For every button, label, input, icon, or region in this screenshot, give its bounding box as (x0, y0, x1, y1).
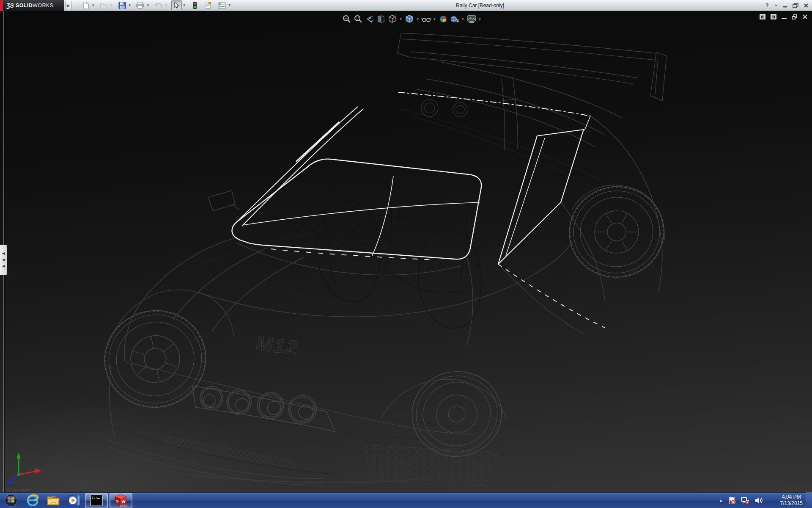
rally-car-wireframe: M12 (0, 11, 812, 492)
document-window-controls: ◧ ◨ (760, 14, 808, 19)
solidworks-logo: ƷS SOLID WORKS (0, 0, 64, 11)
next-pane-icon[interactable]: ◨ (771, 14, 776, 19)
document-title: Rally Car [Read-only] (456, 3, 504, 8)
menu-flyout-arrow[interactable]: ▶ (65, 1, 71, 10)
collapse-arrow-icon: ◀ (2, 265, 5, 268)
print-icon (136, 2, 144, 9)
taskbar-internet-explorer[interactable] (22, 493, 43, 508)
solidworks-2015-icon: S W 2015 (114, 494, 128, 507)
save-icon (118, 2, 126, 9)
graphics-viewport[interactable]: M12 ◀ ◀ ◀ (0, 11, 812, 492)
close-icon (804, 3, 809, 8)
main-toolbar: ▼ ▼ ▼ (77, 0, 232, 10)
app-restore-button[interactable] (792, 2, 799, 9)
app-minimize-button[interactable] (782, 2, 788, 9)
apply-scene-icon (450, 14, 460, 24)
zoom-to-area-icon (354, 14, 363, 24)
doc-restore-icon (792, 14, 797, 19)
zoom-to-area-button[interactable] (352, 14, 364, 25)
collapse-arrow-icon: ◀ (2, 252, 5, 255)
open-dropdown[interactable]: ▼ (109, 0, 114, 10)
hide-show-items-dropdown[interactable]: ▼ (432, 17, 437, 21)
hide-show-items-button[interactable] (420, 14, 432, 25)
section-view-icon (376, 14, 386, 24)
cmd-prompt-text: C:\ (92, 496, 98, 500)
windows-taskbar: C:\ S W 2015 ▲ (0, 492, 812, 508)
view-settings-dropdown[interactable]: ▼ (477, 17, 483, 21)
command-prompt-icon: C:\ (90, 494, 103, 506)
clock-date: 7/13/2015 (780, 500, 803, 507)
view-settings-icon (466, 14, 477, 24)
doc-close-button[interactable] (802, 14, 808, 19)
show-hidden-icons-button[interactable]: ▲ (719, 498, 723, 502)
doc-close-icon (802, 14, 808, 19)
triad-x-axis (19, 471, 36, 475)
display-style-icon (405, 14, 414, 24)
open-button[interactable] (99, 0, 109, 10)
print-dropdown[interactable]: ▼ (145, 0, 150, 10)
print-button[interactable] (135, 0, 145, 10)
view-orientation-button[interactable] (387, 14, 398, 25)
file-explorer-icon (47, 494, 60, 506)
previous-view-button[interactable] (364, 14, 375, 25)
restore-icon (793, 3, 798, 8)
previous-pane-icon[interactable]: ◧ (760, 14, 765, 19)
options-button[interactable] (217, 0, 227, 10)
taskbar-file-explorer[interactable] (43, 493, 63, 508)
apply-scene-dropdown[interactable]: ▼ (460, 17, 466, 21)
volume-icon[interactable] (754, 496, 763, 505)
rebuild-button[interactable] (189, 0, 200, 10)
open-folder-icon (100, 2, 108, 9)
options-icon (218, 2, 226, 9)
svg-text:S: S (116, 499, 119, 503)
section-view-button[interactable] (375, 14, 387, 25)
undo-dropdown[interactable]: ▼ (164, 0, 168, 10)
display-style-button[interactable] (403, 14, 415, 25)
view-orientation-dropdown[interactable]: ▼ (398, 17, 403, 21)
start-button[interactable] (0, 493, 22, 508)
doc-minimize-button[interactable] (782, 14, 787, 19)
app-close-button[interactable] (803, 2, 809, 9)
help-button[interactable]: ? (764, 2, 771, 9)
zoom-to-fit-icon (342, 14, 351, 24)
network-disconnected-icon[interactable] (741, 496, 750, 505)
help-dropdown[interactable]: ▼ (774, 2, 778, 9)
view-settings-button[interactable] (466, 14, 477, 25)
new-document-icon (82, 2, 90, 9)
taskbar-media-player[interactable] (63, 493, 84, 508)
file-properties-icon (204, 2, 212, 9)
taskbar-solidworks[interactable]: S W 2015 (110, 493, 132, 508)
featuremanager-expand-handle[interactable]: ◀ ◀ ◀ (0, 245, 7, 275)
sw-year-text: 2015 (120, 504, 127, 508)
title-bar: ƷS SOLID WORKS ▶ ▼ ▼ (0, 0, 812, 11)
taskbar-clock[interactable]: 4:04 PM 7/13/2015 (780, 492, 803, 508)
select-tool-button[interactable] (171, 0, 182, 10)
save-dropdown[interactable]: ▼ (127, 0, 132, 10)
apply-scene-button[interactable] (449, 14, 460, 25)
options-dropdown[interactable]: ▼ (227, 0, 232, 10)
headsup-view-toolbar: ▼ ▼ ▼ (341, 14, 483, 25)
display-style-dropdown[interactable]: ▼ (415, 17, 420, 21)
new-document-button[interactable] (80, 0, 91, 10)
taskbar-command-prompt[interactable]: C:\ (85, 493, 108, 508)
view-orientation-icon (388, 14, 397, 24)
undo-button[interactable] (153, 0, 164, 10)
edit-appearance-button[interactable] (437, 14, 449, 25)
undo-icon (154, 2, 162, 9)
doc-restore-button[interactable] (792, 14, 797, 19)
select-cursor-icon (173, 2, 180, 9)
save-button[interactable] (117, 0, 127, 10)
previous-view-icon (365, 14, 374, 24)
solidworks-logo-mark: ƷS (6, 2, 14, 9)
reference-triad[interactable] (3, 448, 53, 486)
zoom-to-fit-button[interactable] (341, 14, 352, 25)
action-center-flag-icon[interactable] (727, 496, 736, 505)
file-properties-button[interactable] (203, 0, 214, 10)
minimize-icon (782, 3, 787, 8)
show-desktop-button[interactable] (806, 492, 812, 508)
new-document-dropdown[interactable]: ▼ (91, 0, 96, 10)
select-tool-dropdown[interactable]: ▼ (182, 0, 187, 10)
brand-bold: SOLID (16, 3, 33, 8)
hide-show-items-glasses-icon (421, 14, 431, 24)
internet-explorer-icon (26, 494, 39, 507)
